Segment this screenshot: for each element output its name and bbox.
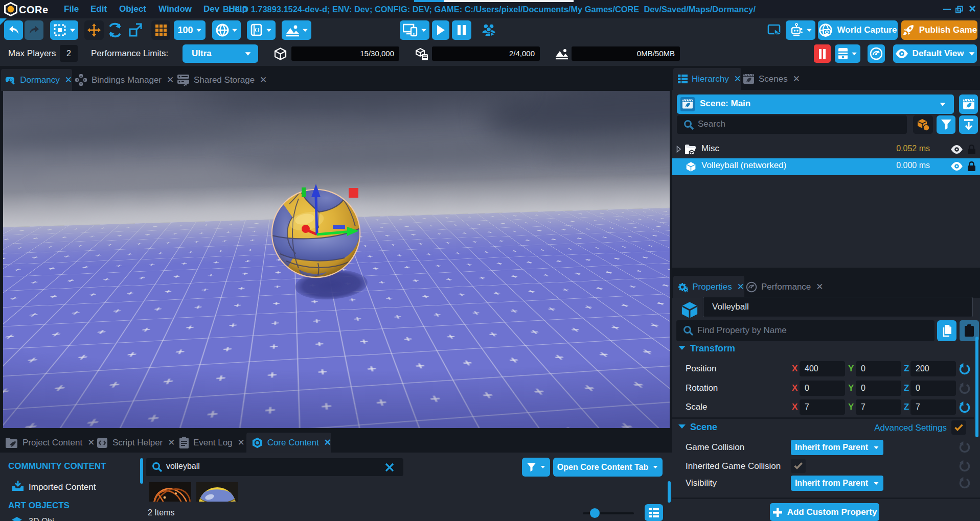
svg-text:CORe: CORe (19, 4, 49, 15)
